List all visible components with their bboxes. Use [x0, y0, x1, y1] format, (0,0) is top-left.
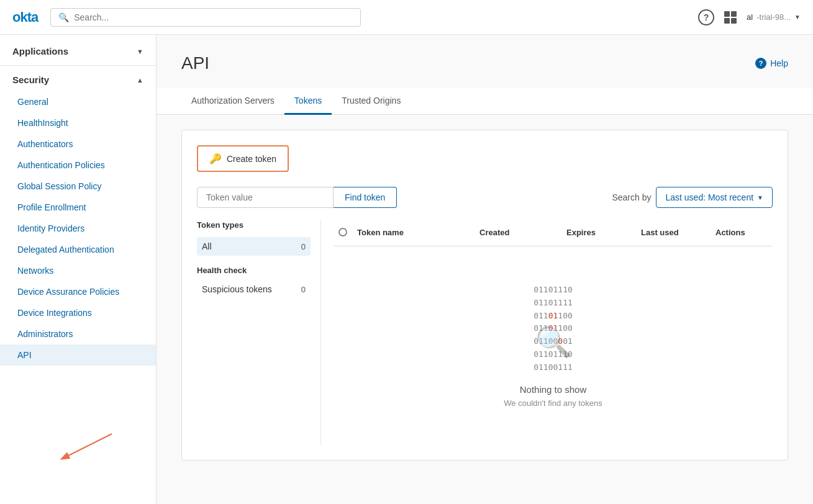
search-by-label: Search by [612, 192, 651, 202]
page-title: API [181, 53, 209, 73]
token-types-title: Token types [197, 220, 311, 232]
token-value-input[interactable] [197, 187, 334, 208]
sidebar-item-administrators[interactable]: Administrators [0, 323, 156, 344]
sidebar-item-healthinsight[interactable]: HealthInsight [0, 112, 156, 133]
sidebar-item-delegated-auth[interactable]: Delegated Authentication [0, 239, 156, 260]
col-created: Created [475, 225, 561, 241]
col-token-name: Token name [352, 225, 475, 241]
help-link[interactable]: ? Help [755, 58, 788, 69]
empty-state: 01101110 01101111 01101100 01101100 0110… [334, 246, 773, 445]
chevron-down-icon: ▼ [794, 14, 801, 20]
user-menu[interactable]: al -trial-98... ▼ [747, 12, 801, 22]
tab-authorization-servers[interactable]: Authorization Servers [181, 88, 284, 115]
table-layout: Token types All 0 Health check Suspiciou… [197, 220, 773, 445]
col-checkbox [334, 225, 352, 241]
sidebar-divider-1 [0, 65, 156, 66]
tabs-bar: Authorization Servers Tokens Trusted Ori… [157, 88, 813, 115]
sidebar-item-networks[interactable]: Networks [0, 260, 156, 281]
page-header: API ? Help [181, 53, 788, 73]
search-input[interactable] [74, 12, 353, 22]
search-icon: 🔍 [58, 12, 69, 22]
token-type-all[interactable]: All 0 [197, 237, 311, 256]
top-nav: okta 🔍 ? al -trial-98... ▼ [0, 0, 813, 35]
health-check-title: Health check [197, 266, 311, 275]
token-type-suspicious[interactable]: Suspicious tokens 0 [197, 280, 311, 299]
user-subtext: -trial-98... [756, 12, 791, 22]
sidebar-item-global-session[interactable]: Global Session Policy [0, 176, 156, 197]
main-content: API ? Help Authorization Servers Tokens … [157, 35, 813, 504]
search-row: Find token Search by Last used: Most rec… [197, 187, 773, 208]
security-chevron: ▲ [137, 76, 143, 84]
tab-tokens[interactable]: Tokens [284, 88, 332, 115]
sidebar-item-identity-providers[interactable]: Identity Providers [0, 218, 156, 239]
suspicious-tokens-count: 0 [301, 285, 306, 294]
col-actions: Actions [711, 225, 773, 241]
search-by-value: Last used: Most recent [665, 192, 753, 202]
sidebar-item-auth-policies[interactable]: Authentication Policies [0, 155, 156, 176]
no-tokens-text: We couldn't find any tokens [504, 398, 602, 408]
layout: Applications ▼ Security ▲ General Health… [0, 35, 813, 504]
nav-right: ? al -trial-98... ▼ [698, 9, 801, 25]
help-icon: ? [755, 58, 766, 69]
sidebar-item-api[interactable]: API [0, 344, 156, 366]
tab-trusted-origins[interactable]: Trusted Origins [332, 88, 411, 115]
security-label: Security [12, 74, 49, 85]
suspicious-tokens-label: Suspicious tokens [202, 284, 272, 294]
search-by-row: Search by Last used: Most recent ▼ [612, 187, 773, 208]
create-token-button[interactable]: 🔑 Create token [197, 145, 289, 172]
nothing-to-show-text: Nothing to show [520, 384, 587, 395]
sidebar-item-general[interactable]: General [0, 91, 156, 112]
magnifier-icon: 🔍 [535, 325, 572, 359]
applications-section[interactable]: Applications ▼ [0, 40, 156, 63]
create-token-label: Create token [227, 154, 276, 164]
search-by-chevron: ▼ [757, 194, 763, 201]
okta-logo: okta [12, 9, 38, 25]
help-circle-icon[interactable]: ? [698, 9, 714, 25]
key-icon: 🔑 [209, 153, 222, 164]
col-last-used: Last used [636, 225, 711, 241]
token-type-all-count: 0 [301, 242, 306, 251]
token-table-panel: Token name Created Expires Last used Act [321, 220, 773, 445]
content-area: 🔑 Create token Find token Search by Last… [181, 130, 788, 461]
sidebar-item-device-assurance[interactable]: Device Assurance Policies [0, 281, 156, 302]
sidebar: Applications ▼ Security ▲ General Health… [0, 35, 157, 504]
col-expires: Expires [561, 225, 636, 241]
search-by-select[interactable]: Last used: Most recent ▼ [656, 187, 773, 208]
user-name: al [747, 12, 753, 22]
table-header: Token name Created Expires Last used Act [334, 220, 773, 246]
radio-icon [338, 228, 347, 236]
sidebar-item-device-integrations[interactable]: Device Integrations [0, 302, 156, 323]
token-types-panel: Token types All 0 Health check Suspiciou… [197, 220, 321, 445]
apps-grid-icon[interactable] [724, 11, 737, 24]
security-section[interactable]: Security ▲ [0, 68, 156, 91]
sidebar-item-authenticators[interactable]: Authenticators [0, 133, 156, 155]
svg-line-1 [62, 434, 112, 459]
help-label: Help [770, 58, 788, 68]
arrow-annotation [50, 428, 124, 467]
sidebar-item-profile-enrollment[interactable]: Profile Enrollment [0, 197, 156, 218]
token-type-all-label: All [202, 241, 212, 251]
applications-chevron: ▼ [137, 48, 143, 55]
find-token-button[interactable]: Find token [334, 187, 397, 208]
applications-label: Applications [12, 46, 68, 56]
search-bar[interactable]: 🔍 [50, 8, 361, 27]
